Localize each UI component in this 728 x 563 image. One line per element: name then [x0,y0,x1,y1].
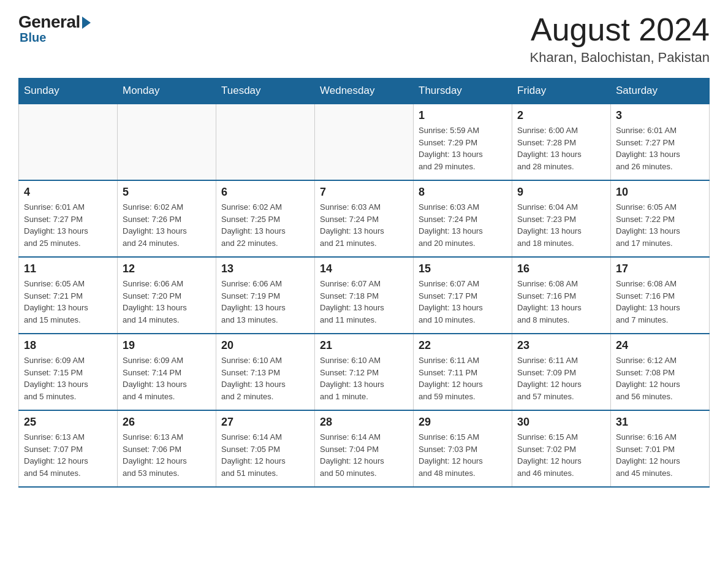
day-info: Sunrise: 6:11 AM Sunset: 7:11 PM Dayligh… [419,354,507,402]
day-info: Sunrise: 6:10 AM Sunset: 7:13 PM Dayligh… [221,354,309,402]
day-info: Sunrise: 6:11 AM Sunset: 7:09 PM Dayligh… [517,354,605,402]
calendar-week-row: 4Sunrise: 6:01 AM Sunset: 7:27 PM Daylig… [19,180,710,257]
calendar-cell: 1Sunrise: 5:59 AM Sunset: 7:29 PM Daylig… [414,104,512,180]
day-number: 17 [616,262,704,275]
page-header: General Blue August 2024 Kharan, Balochi… [18,12,710,66]
calendar-week-row: 25Sunrise: 6:13 AM Sunset: 7:07 PM Dayli… [19,410,710,487]
day-number: 24 [616,339,704,352]
day-number: 18 [24,339,112,352]
day-info: Sunrise: 6:01 AM Sunset: 7:27 PM Dayligh… [616,124,704,172]
day-info: Sunrise: 6:00 AM Sunset: 7:28 PM Dayligh… [517,124,605,172]
calendar-cell: 3Sunrise: 6:01 AM Sunset: 7:27 PM Daylig… [611,104,710,180]
day-number: 14 [320,262,408,275]
calendar-cell: 4Sunrise: 6:01 AM Sunset: 7:27 PM Daylig… [19,180,118,257]
calendar-cell [315,104,414,180]
calendar-cell: 5Sunrise: 6:02 AM Sunset: 7:26 PM Daylig… [118,180,216,257]
calendar-cell: 28Sunrise: 6:14 AM Sunset: 7:04 PM Dayli… [315,410,414,487]
calendar-cell: 15Sunrise: 6:07 AM Sunset: 7:17 PM Dayli… [414,257,512,334]
calendar-cell: 12Sunrise: 6:06 AM Sunset: 7:20 PM Dayli… [118,257,216,334]
day-number: 15 [419,262,507,275]
calendar-cell [216,104,315,180]
day-number: 9 [517,186,605,199]
day-info: Sunrise: 6:16 AM Sunset: 7:01 PM Dayligh… [616,431,704,479]
day-number: 30 [517,416,605,429]
day-number: 5 [123,186,211,199]
day-info: Sunrise: 6:06 AM Sunset: 7:19 PM Dayligh… [221,278,309,326]
day-of-week-header: Monday [118,79,216,104]
day-number: 8 [419,186,507,199]
day-of-week-header: Tuesday [216,79,315,104]
calendar-cell: 30Sunrise: 6:15 AM Sunset: 7:02 PM Dayli… [512,410,611,487]
day-info: Sunrise: 6:03 AM Sunset: 7:24 PM Dayligh… [320,201,408,249]
day-info: Sunrise: 6:03 AM Sunset: 7:24 PM Dayligh… [419,201,507,249]
day-info: Sunrise: 5:59 AM Sunset: 7:29 PM Dayligh… [419,124,507,172]
logo-general-text: General [18,12,80,32]
day-info: Sunrise: 6:12 AM Sunset: 7:08 PM Dayligh… [616,354,704,402]
day-number: 28 [320,416,408,429]
month-title: August 2024 [529,12,710,47]
day-info: Sunrise: 6:13 AM Sunset: 7:07 PM Dayligh… [24,431,112,479]
day-number: 4 [24,186,112,199]
day-info: Sunrise: 6:02 AM Sunset: 7:26 PM Dayligh… [123,201,211,249]
calendar-cell [118,104,216,180]
calendar-week-row: 1Sunrise: 5:59 AM Sunset: 7:29 PM Daylig… [19,104,710,180]
day-of-week-header: Friday [512,79,611,104]
location-title: Kharan, Balochistan, Pakistan [529,50,710,66]
day-info: Sunrise: 6:14 AM Sunset: 7:05 PM Dayligh… [221,431,309,479]
day-info: Sunrise: 6:14 AM Sunset: 7:04 PM Dayligh… [320,431,408,479]
day-number: 16 [517,262,605,275]
day-of-week-header: Saturday [611,79,710,104]
calendar-cell: 25Sunrise: 6:13 AM Sunset: 7:07 PM Dayli… [19,410,118,487]
calendar-header-row: SundayMondayTuesdayWednesdayThursdayFrid… [19,79,710,104]
day-number: 19 [123,339,211,352]
calendar-cell: 29Sunrise: 6:15 AM Sunset: 7:03 PM Dayli… [414,410,512,487]
logo: General Blue [18,12,91,45]
day-number: 31 [616,416,704,429]
day-info: Sunrise: 6:08 AM Sunset: 7:16 PM Dayligh… [517,278,605,326]
day-info: Sunrise: 6:06 AM Sunset: 7:20 PM Dayligh… [123,278,211,326]
calendar-cell: 6Sunrise: 6:02 AM Sunset: 7:25 PM Daylig… [216,180,315,257]
day-of-week-header: Thursday [414,79,512,104]
day-number: 12 [123,262,211,275]
calendar-cell: 2Sunrise: 6:00 AM Sunset: 7:28 PM Daylig… [512,104,611,180]
logo-triangle-icon [82,17,91,29]
day-of-week-header: Sunday [19,79,118,104]
calendar-cell: 18Sunrise: 6:09 AM Sunset: 7:15 PM Dayli… [19,334,118,410]
day-info: Sunrise: 6:02 AM Sunset: 7:25 PM Dayligh… [221,201,309,249]
calendar-cell: 22Sunrise: 6:11 AM Sunset: 7:11 PM Dayli… [414,334,512,410]
day-number: 26 [123,416,211,429]
day-number: 7 [320,186,408,199]
day-info: Sunrise: 6:09 AM Sunset: 7:14 PM Dayligh… [123,354,211,402]
day-info: Sunrise: 6:09 AM Sunset: 7:15 PM Dayligh… [24,354,112,402]
calendar-week-row: 11Sunrise: 6:05 AM Sunset: 7:21 PM Dayli… [19,257,710,334]
day-number: 29 [419,416,507,429]
day-number: 25 [24,416,112,429]
calendar-cell: 20Sunrise: 6:10 AM Sunset: 7:13 PM Dayli… [216,334,315,410]
calendar-week-row: 18Sunrise: 6:09 AM Sunset: 7:15 PM Dayli… [19,334,710,410]
day-number: 27 [221,416,309,429]
calendar-cell: 23Sunrise: 6:11 AM Sunset: 7:09 PM Dayli… [512,334,611,410]
day-info: Sunrise: 6:04 AM Sunset: 7:23 PM Dayligh… [517,201,605,249]
day-number: 10 [616,186,704,199]
calendar-cell [19,104,118,180]
day-number: 20 [221,339,309,352]
day-of-week-header: Wednesday [315,79,414,104]
day-info: Sunrise: 6:07 AM Sunset: 7:18 PM Dayligh… [320,278,408,326]
calendar-cell: 7Sunrise: 6:03 AM Sunset: 7:24 PM Daylig… [315,180,414,257]
calendar-table: SundayMondayTuesdayWednesdayThursdayFrid… [18,78,710,488]
day-info: Sunrise: 6:15 AM Sunset: 7:02 PM Dayligh… [517,431,605,479]
day-number: 1 [419,109,507,122]
calendar-cell: 24Sunrise: 6:12 AM Sunset: 7:08 PM Dayli… [611,334,710,410]
calendar-cell: 10Sunrise: 6:05 AM Sunset: 7:22 PM Dayli… [611,180,710,257]
calendar-cell: 31Sunrise: 6:16 AM Sunset: 7:01 PM Dayli… [611,410,710,487]
calendar-cell: 21Sunrise: 6:10 AM Sunset: 7:12 PM Dayli… [315,334,414,410]
day-number: 11 [24,262,112,275]
calendar-cell: 8Sunrise: 6:03 AM Sunset: 7:24 PM Daylig… [414,180,512,257]
logo-blue-text: Blue [20,31,46,45]
day-info: Sunrise: 6:15 AM Sunset: 7:03 PM Dayligh… [419,431,507,479]
day-number: 13 [221,262,309,275]
day-info: Sunrise: 6:08 AM Sunset: 7:16 PM Dayligh… [616,278,704,326]
calendar-cell: 9Sunrise: 6:04 AM Sunset: 7:23 PM Daylig… [512,180,611,257]
day-number: 6 [221,186,309,199]
calendar-cell: 11Sunrise: 6:05 AM Sunset: 7:21 PM Dayli… [19,257,118,334]
